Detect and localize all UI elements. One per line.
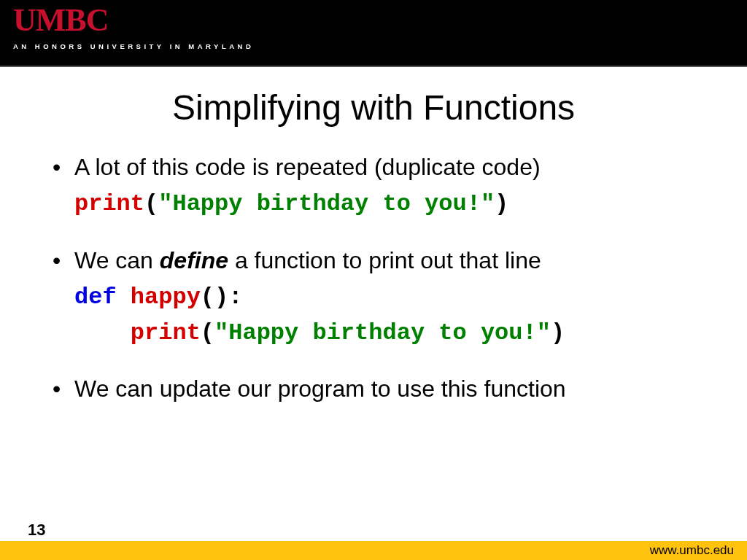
- bullet-list: We can update our program to use this fu…: [42, 374, 705, 404]
- bullet-list: We can define a function to print out th…: [42, 246, 705, 276]
- bullet-item-3: We can update our program to use this fu…: [42, 374, 705, 404]
- bullet-text: We can: [74, 247, 160, 273]
- code-line-3: print("Happy birthday to you!"): [74, 317, 705, 350]
- footer-url: www.umbc.edu: [650, 543, 734, 558]
- page-number: 13: [28, 521, 45, 540]
- slide-title: Simplifying with Functions: [42, 88, 705, 128]
- string-literal: "Happy birthday to you!": [158, 190, 495, 217]
- paren-open: (: [201, 319, 214, 346]
- logo-tagline: AN HONORS UNIVERSITY IN MARYLAND: [13, 42, 254, 50]
- paren-close: ): [495, 190, 508, 217]
- fn-sig-end: ():: [201, 284, 243, 311]
- space: [117, 284, 131, 311]
- bullet-item-1: A lot of this code is repeated (duplicat…: [42, 152, 705, 182]
- footer-bar: www.umbc.edu: [0, 541, 747, 560]
- logo-block: UMBC AN HONORS UNIVERSITY IN MARYLAND: [13, 4, 254, 50]
- function-name: happy: [131, 284, 201, 311]
- slide-content: Simplifying with Functions A lot of this…: [0, 67, 747, 560]
- indent: [74, 319, 131, 346]
- paren-open: (: [144, 190, 158, 217]
- keyword-print: print: [74, 190, 144, 217]
- code-line-2: def happy():: [74, 281, 705, 314]
- keyword-print: print: [131, 319, 201, 346]
- slide: UMBC AN HONORS UNIVERSITY IN MARYLAND Si…: [0, 0, 747, 560]
- bullet-item-2: We can define a function to print out th…: [42, 246, 705, 276]
- bullet-text: a function to print out that line: [228, 247, 541, 273]
- logo-main: UMBC: [13, 4, 254, 36]
- keyword-def: def: [74, 284, 117, 311]
- code-line-1: print("Happy birthday to you!"): [74, 188, 705, 221]
- bullet-emphasis: define: [160, 247, 228, 273]
- header-bar: UMBC AN HONORS UNIVERSITY IN MARYLAND: [0, 0, 747, 67]
- bullet-list: A lot of this code is repeated (duplicat…: [42, 152, 705, 182]
- string-literal: "Happy birthday to you!": [214, 319, 551, 346]
- paren-close: ): [551, 319, 565, 346]
